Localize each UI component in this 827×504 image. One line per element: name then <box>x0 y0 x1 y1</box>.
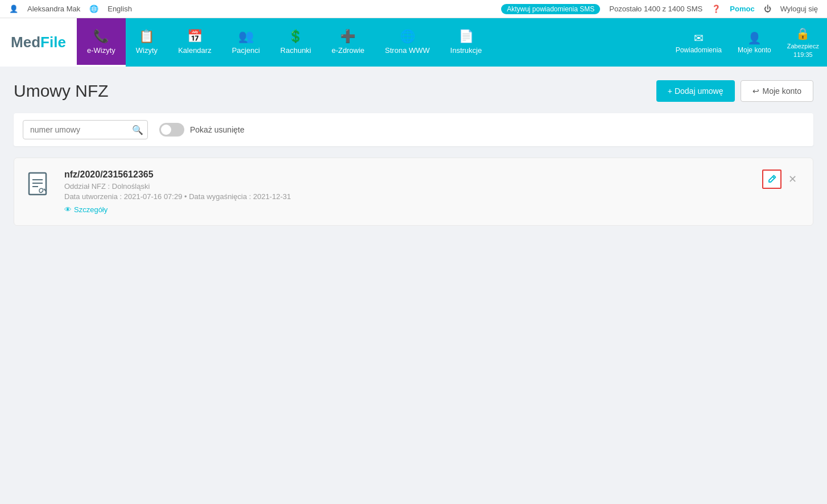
people-icon: 👥 <box>238 29 254 44</box>
nav-label-stronawww: Strona WWW <box>385 46 430 55</box>
dollar-icon: 💲 <box>288 29 303 44</box>
search-input-wrap: 🔍 <box>23 120 148 139</box>
contract-file-icon <box>28 172 53 206</box>
show-deleted-toggle[interactable] <box>159 123 184 137</box>
globe-icon: 🌐 <box>89 5 98 13</box>
header-actions: + Dodaj umowę ↩ Moje konto <box>656 80 813 102</box>
nav-label-instrukcje: Instrukcje <box>450 46 482 55</box>
svg-line-5 <box>773 177 775 179</box>
my-account-button[interactable]: ↩ Moje konto <box>741 80 813 102</box>
nav-label-powiadomienia: Powiadomienia <box>676 46 722 54</box>
sms-remaining: Pozostało 1400 z 1400 SMS <box>609 5 702 13</box>
account-btn-label: Moje konto <box>763 86 801 96</box>
mail-icon: ✉ <box>694 31 704 45</box>
nav-label-wizyty: Wizyty <box>136 46 158 55</box>
nav-label-zabezpiecz: Zabezpiecz119:35 <box>787 42 819 59</box>
nav-label-mojekonto: Moje konto <box>738 46 771 54</box>
globe-nav-icon: 🌐 <box>400 29 415 44</box>
contract-dates-separator: • <box>184 192 189 201</box>
help-link[interactable]: Pomoc <box>730 5 754 13</box>
details-label: Szczegóły <box>74 205 107 214</box>
contract-number: nfz/2020/2315612365 <box>64 170 751 180</box>
logo-area: MedFile <box>0 18 77 67</box>
nav-item-zabezpiecz[interactable]: 🔒 Zabezpiecz119:35 <box>779 18 827 67</box>
language-label: English <box>107 5 132 13</box>
nav-item-ezdrowie[interactable]: ➕ e-Zdrowie <box>321 18 375 67</box>
nav-item-wizyty[interactable]: 📋 Wizyty <box>126 18 168 67</box>
sms-badge[interactable]: Aktywuj powiadomienia SMS <box>501 4 600 14</box>
toggle-label: Pokaż usunięte <box>190 125 245 134</box>
contract-expires: Data wygaśnięcia : 2021-12-31 <box>189 192 291 201</box>
clipboard-icon: 📋 <box>139 29 154 44</box>
top-bar-left: 👤 Aleksandra Mak 🌐 English <box>9 5 132 13</box>
top-bar-right: Aktywuj powiadomienia SMS Pozostało 1400… <box>501 4 818 14</box>
user-name: Aleksandra Mak <box>27 5 80 13</box>
delete-button[interactable]: ✕ <box>786 171 799 188</box>
search-input[interactable] <box>23 120 148 139</box>
nav-label-rachunki: Rachunki <box>280 46 311 55</box>
edit-button[interactable] <box>762 170 781 189</box>
book-icon: 📄 <box>458 29 474 44</box>
nav-bar: MedFile 📞 e-Wizyty 📋 Wizyty 📅 Kalendarz … <box>0 18 827 67</box>
toggle-wrap: Pokaż usunięte <box>159 123 245 137</box>
nav-right: ✉ Powiadomienia 👤 Moje konto 🔒 Zabezpiec… <box>668 18 827 67</box>
nav-item-stronawww[interactable]: 🌐 Strona WWW <box>375 18 440 67</box>
logo-file: File <box>40 34 66 51</box>
logo: MedFile <box>11 34 66 51</box>
contract-info: nfz/2020/2315612365 Oddział NFZ : Dolnoś… <box>64 170 751 214</box>
contract-card: nfz/2020/2315612365 Oddział NFZ : Dolnoś… <box>14 158 813 226</box>
logo-med: Med <box>11 34 40 51</box>
question-icon: ❓ <box>712 5 721 13</box>
add-contract-button[interactable]: + Dodaj umowę <box>656 80 735 102</box>
page-header: Umowy NFZ + Dodaj umowę ↩ Moje konto <box>14 80 813 102</box>
nav-label-ezdrowie: e-Zdrowie <box>332 46 365 55</box>
top-bar: 👤 Aleksandra Mak 🌐 English Aktywuj powia… <box>0 0 827 18</box>
phone-icon: 📞 <box>93 29 109 44</box>
nav-label-pacjenci: Pacjenci <box>232 46 260 55</box>
logout-label[interactable]: Wyloguj się <box>780 5 818 13</box>
card-actions: ✕ <box>762 170 799 189</box>
plus-medical-icon: ➕ <box>340 29 355 44</box>
eye-icon: 👁 <box>64 205 72 214</box>
nav-label-kalendarz: Kalendarz <box>178 46 212 55</box>
account-icon: 👤 <box>747 31 762 45</box>
user-icon: 👤 <box>9 5 18 13</box>
power-icon: ⏻ <box>764 5 771 13</box>
nav-items: 📞 e-Wizyty 📋 Wizyty 📅 Kalendarz 👥 Pacjen… <box>77 18 668 67</box>
nav-item-instrukcje[interactable]: 📄 Instrukcje <box>440 18 493 67</box>
nav-item-kalendarz[interactable]: 📅 Kalendarz <box>168 18 222 67</box>
nav-item-mojekonto[interactable]: 👤 Moje konto <box>730 18 779 67</box>
contract-branch: Oddział NFZ : Dolnośląski <box>64 182 751 191</box>
contract-details-link[interactable]: 👁 Szczegóły <box>64 205 751 214</box>
lock-icon: 🔒 <box>796 26 810 41</box>
nav-item-pacjenci[interactable]: 👥 Pacjenci <box>222 18 270 67</box>
nav-item-powiadomienia[interactable]: ✉ Powiadomienia <box>668 18 730 67</box>
nav-item-ewizyty[interactable]: 📞 e-Wizyty <box>77 18 126 67</box>
search-area: 🔍 Pokaż usunięte <box>14 113 813 146</box>
nav-item-rachunki[interactable]: 💲 Rachunki <box>270 18 321 67</box>
nav-label-ewizyty: e-Wizyty <box>87 46 115 55</box>
contract-created: Data utworzenia : 2021-07-16 07:29 <box>64 192 182 201</box>
page-title: Umowy NFZ <box>14 81 109 101</box>
calendar-icon: 📅 <box>187 29 202 44</box>
main-content: Umowy NFZ + Dodaj umowę ↩ Moje konto 🔍 P… <box>0 67 827 239</box>
account-btn-icon: ↩ <box>752 86 759 96</box>
search-button[interactable]: 🔍 <box>132 125 143 135</box>
contract-dates: Data utworzenia : 2021-07-16 07:29 • Dat… <box>64 192 751 201</box>
